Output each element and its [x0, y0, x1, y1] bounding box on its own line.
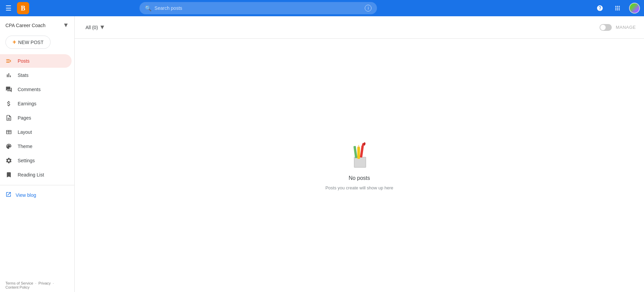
sidebar-label-reading-list: Reading List	[18, 172, 44, 178]
search-input[interactable]	[154, 5, 362, 11]
sidebar-item-layout[interactable]: Layout	[0, 125, 72, 139]
sidebar: CPA Career Coach ▼ + NEW POST Posts Stat…	[0, 16, 75, 292]
no-posts-illustration	[346, 141, 373, 171]
comments-icon	[5, 86, 12, 93]
empty-title: No posts	[348, 175, 370, 181]
main-content: All (0) ▼ MANAGE	[75, 16, 644, 292]
labels-toggle[interactable]	[600, 24, 612, 31]
sidebar-item-reading-list[interactable]: Reading List	[0, 168, 72, 182]
main-layout: CPA Career Coach ▼ + NEW POST Posts Stat…	[0, 16, 644, 292]
manage-button[interactable]: MANAGE	[616, 25, 636, 30]
filter-label: All (0)	[86, 25, 98, 30]
nav-right	[594, 2, 640, 14]
search-icon: 🔍	[145, 5, 152, 12]
sidebar-label-posts: Posts	[18, 58, 30, 64]
stats-icon	[5, 72, 12, 79]
content-policy-link[interactable]: Content Policy	[5, 285, 30, 289]
blogger-logo: B	[17, 2, 29, 14]
terms-link[interactable]: Terms of Service	[5, 281, 33, 285]
help-icon[interactable]	[594, 2, 606, 14]
sidebar-label-comments: Comments	[18, 87, 41, 92]
sidebar-item-posts[interactable]: Posts	[0, 54, 72, 68]
sidebar-item-pages[interactable]: Pages	[0, 111, 72, 125]
search-bar: 🔍 i	[139, 2, 377, 14]
plus-icon: +	[13, 39, 16, 46]
external-link-icon	[5, 191, 12, 199]
sidebar-label-settings: Settings	[18, 158, 35, 163]
hamburger-menu[interactable]: ☰	[4, 3, 13, 14]
blog-name: CPA Career Coach	[5, 23, 45, 28]
posts-icon	[5, 58, 12, 64]
empty-state: No posts Posts you create will show up h…	[75, 39, 644, 292]
svg-rect-2	[357, 147, 360, 159]
svg-rect-1	[355, 158, 365, 167]
svg-rect-5	[360, 145, 364, 158]
top-nav: ☰ B 🔍 i	[0, 0, 644, 16]
view-blog-label: View blog	[16, 192, 36, 198]
blog-selector-chevron: ▼	[63, 22, 69, 29]
blog-selector[interactable]: CPA Career Coach ▼	[0, 19, 74, 32]
sidebar-label-stats: Stats	[18, 72, 29, 78]
sidebar-label-layout: Layout	[18, 129, 32, 135]
svg-marker-3	[357, 145, 360, 147]
pages-icon	[5, 114, 12, 121]
sidebar-label-theme: Theme	[18, 144, 33, 149]
settings-icon	[5, 157, 12, 164]
sidebar-item-comments[interactable]: Comments	[0, 83, 72, 96]
sidebar-item-theme[interactable]: Theme	[0, 140, 72, 153]
empty-subtitle: Posts you create will show up here	[325, 185, 393, 190]
sidebar-footer: Terms of Service · Privacy · Content Pol…	[0, 278, 74, 292]
theme-icon	[5, 143, 12, 150]
privacy-link[interactable]: Privacy	[38, 281, 51, 285]
posts-header: All (0) ▼ MANAGE	[75, 16, 644, 39]
new-post-button[interactable]: + NEW POST	[5, 36, 51, 49]
sidebar-label-pages: Pages	[18, 115, 31, 121]
svg-rect-6	[354, 146, 358, 158]
reading-list-icon	[5, 171, 12, 178]
user-avatar[interactable]	[629, 3, 640, 14]
sidebar-item-settings[interactable]: Settings	[0, 154, 72, 167]
info-icon[interactable]: i	[365, 5, 372, 12]
filter-chevron: ▼	[99, 24, 106, 31]
filter-dropdown[interactable]: All (0) ▼	[83, 22, 108, 33]
layout-icon	[5, 129, 12, 135]
sidebar-item-earnings[interactable]: Earnings	[0, 97, 72, 110]
sidebar-label-earnings: Earnings	[18, 101, 36, 106]
view-blog-link[interactable]: View blog	[0, 188, 74, 202]
earnings-icon	[5, 100, 12, 107]
sidebar-divider	[0, 185, 74, 185]
sidebar-item-stats[interactable]: Stats	[0, 68, 72, 82]
new-post-label: NEW POST	[18, 40, 44, 45]
grid-icon[interactable]	[611, 2, 624, 14]
